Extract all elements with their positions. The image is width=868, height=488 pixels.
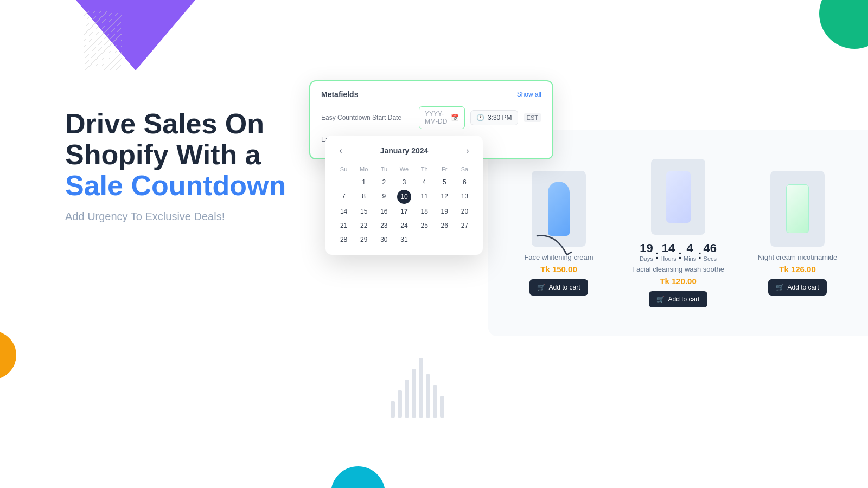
cal-header-su: Su bbox=[334, 164, 353, 175]
cal-cell[interactable]: 28 bbox=[334, 233, 353, 246]
add-to-cart-label-2: Add to cart bbox=[668, 296, 699, 303]
add-to-cart-label-3: Add to cart bbox=[787, 284, 819, 291]
cal-cell bbox=[435, 233, 454, 246]
cal-cell[interactable]: 13 bbox=[455, 190, 474, 204]
cal-header-sa: Sa bbox=[455, 164, 474, 175]
countdown: 19 Days : 14 Hours : 4 Mins : 46 Secs bbox=[640, 241, 717, 262]
product-name-3: Night cream nicotinamide bbox=[758, 253, 838, 261]
start-date-row: Easy Countdown Start Date YYYY-MM-DD 📅 🕐… bbox=[321, 106, 541, 129]
cal-cell[interactable]: 22 bbox=[354, 219, 373, 232]
cal-cell bbox=[455, 233, 474, 246]
cal-cell[interactable]: 23 bbox=[374, 219, 393, 232]
headline-line1: Drive Sales On bbox=[65, 108, 264, 139]
product-card-2: 19 Days : 14 Hours : 4 Mins : 46 Secs Fa… bbox=[618, 153, 738, 313]
cal-cell[interactable]: 15 bbox=[354, 205, 373, 218]
cal-cell[interactable]: 3 bbox=[394, 176, 413, 189]
cal-cell bbox=[415, 233, 434, 246]
cal-cell[interactable]: 1 bbox=[354, 176, 373, 189]
cal-header-we: We bbox=[394, 164, 413, 175]
add-to-cart-btn-3[interactable]: 🛒 Add to cart bbox=[768, 279, 826, 296]
cal-cell[interactable]: 21 bbox=[334, 219, 353, 232]
cal-cell[interactable]: 26 bbox=[435, 219, 454, 232]
countdown-mins: 4 Mins bbox=[684, 241, 696, 262]
product-price-1: Tk 150.00 bbox=[540, 265, 577, 274]
cal-cell[interactable]: 6 bbox=[455, 176, 474, 189]
arrow-curve bbox=[534, 233, 578, 266]
start-date-input[interactable]: YYYY-MM-DD 📅 bbox=[419, 106, 465, 129]
product-price-3: Tk 126.00 bbox=[779, 265, 816, 274]
cal-cell[interactable]: 19 bbox=[435, 205, 454, 218]
cal-cell bbox=[334, 176, 353, 189]
cal-cell[interactable]: 18 bbox=[415, 205, 434, 218]
add-to-cart-label-1: Add to cart bbox=[548, 284, 580, 291]
calendar-popup: ‹ January 2024 › Su Mo Tu We Th Fr Sa 1 … bbox=[326, 136, 483, 255]
headline-line2: Shopify With a bbox=[65, 139, 261, 170]
add-to-cart-btn-1[interactable]: 🛒 Add to cart bbox=[529, 279, 588, 296]
left-section: Drive Sales On Shopify With a Sale Count… bbox=[65, 108, 326, 223]
countdown-hours: 14 Hours bbox=[660, 241, 676, 262]
deco-blue-half bbox=[331, 466, 385, 488]
product-tube-1 bbox=[548, 182, 570, 236]
cal-cell[interactable]: 30 bbox=[374, 233, 393, 246]
cal-cell[interactable]: 9 bbox=[374, 190, 393, 204]
timezone-badge: EST bbox=[524, 113, 541, 122]
cart-icon-2: 🛒 bbox=[656, 296, 665, 303]
cal-cell[interactable]: 11 bbox=[415, 190, 434, 204]
product-card-3: Night cream nicotinamide Tk 126.00 🛒 Add… bbox=[738, 165, 857, 301]
cal-cell[interactable]: 24 bbox=[394, 219, 413, 232]
metafields-title: Metafields bbox=[321, 90, 358, 99]
time-value: 3:30 PM bbox=[488, 114, 512, 121]
date-placeholder: YYYY-MM-DD bbox=[425, 110, 448, 125]
metafields-header: Metafields Show all bbox=[321, 90, 541, 99]
headline: Drive Sales On Shopify With a Sale Count… bbox=[65, 108, 326, 202]
cal-cell[interactable]: 2 bbox=[374, 176, 393, 189]
start-date-label: Easy Countdown Start Date bbox=[321, 114, 413, 121]
cal-cell[interactable]: 7 bbox=[334, 190, 353, 204]
calendar-nav: ‹ January 2024 › bbox=[334, 144, 474, 157]
cart-icon-3: 🛒 bbox=[776, 284, 784, 291]
cal-header-mo: Mo bbox=[354, 164, 373, 175]
cal-cell[interactable]: 14 bbox=[334, 205, 353, 218]
calendar-icon: 📅 bbox=[451, 114, 459, 121]
product-image-3 bbox=[770, 171, 825, 247]
cal-cell[interactable]: 27 bbox=[455, 219, 474, 232]
add-to-cart-btn-2[interactable]: 🛒 Add to cart bbox=[649, 291, 707, 307]
cal-cell[interactable]: 8 bbox=[354, 190, 373, 204]
cal-cell[interactable]: 5 bbox=[435, 176, 454, 189]
cal-cell[interactable]: 16 bbox=[374, 205, 393, 218]
calendar-month: January 2024 bbox=[380, 146, 429, 155]
clock-icon: 🕐 bbox=[476, 114, 484, 121]
cal-cell[interactable]: 4 bbox=[415, 176, 434, 189]
cal-header-tu: Tu bbox=[374, 164, 393, 175]
product-tube-3 bbox=[786, 184, 809, 233]
product-name-2: Facial cleansing wash soothe bbox=[632, 265, 724, 273]
sep1: : bbox=[655, 247, 659, 262]
cart-icon-1: 🛒 bbox=[537, 284, 545, 291]
sep2: : bbox=[678, 247, 682, 262]
prev-month-btn[interactable]: ‹ bbox=[334, 144, 347, 157]
cal-cell-today[interactable]: 10 bbox=[397, 190, 411, 204]
cal-cell[interactable]: 31 bbox=[394, 233, 413, 246]
deco-lines bbox=[84, 11, 122, 70]
product-tube-2 bbox=[666, 171, 691, 223]
subheadline: Add Urgency To Exclusive Deals! bbox=[65, 210, 326, 223]
cal-cell[interactable]: 20 bbox=[455, 205, 474, 218]
deco-bars bbox=[391, 358, 444, 418]
cal-header-th: Th bbox=[415, 164, 434, 175]
cal-header-fr: Fr bbox=[435, 164, 454, 175]
cal-cell[interactable]: 29 bbox=[354, 233, 373, 246]
next-month-btn[interactable]: › bbox=[461, 144, 474, 157]
cal-cell[interactable]: 12 bbox=[435, 190, 454, 204]
show-all-link[interactable]: Show all bbox=[517, 91, 541, 98]
cal-cell[interactable]: 17 bbox=[394, 205, 413, 218]
deco-green-circle bbox=[819, 0, 868, 49]
deco-orange-half bbox=[0, 331, 16, 380]
countdown-days: 19 Days bbox=[640, 241, 653, 262]
countdown-secs: 46 Secs bbox=[704, 241, 717, 262]
product-image-2 bbox=[651, 159, 705, 235]
sep3: : bbox=[698, 247, 701, 262]
headline-line3: Sale Countdown bbox=[65, 170, 286, 201]
calendar-grid: Su Mo Tu We Th Fr Sa 1 2 3 4 5 6 7 8 9 1… bbox=[334, 164, 474, 246]
cal-cell[interactable]: 25 bbox=[415, 219, 434, 232]
time-input[interactable]: 🕐 3:30 PM bbox=[470, 110, 518, 125]
